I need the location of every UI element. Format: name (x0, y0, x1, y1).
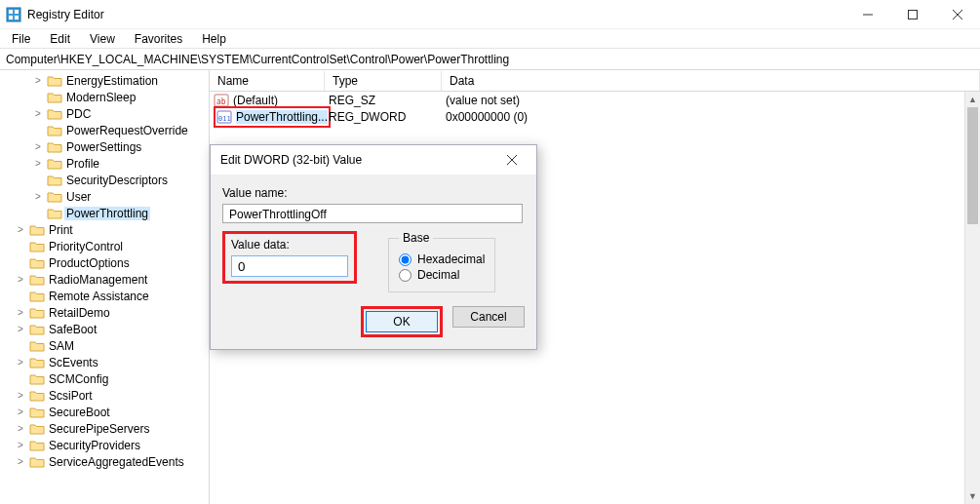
tree-item[interactable]: >RadioManagement (0, 271, 209, 288)
tree-item[interactable]: >SecurePipeServers (0, 420, 209, 437)
col-data[interactable]: Data (442, 71, 980, 91)
svg-rect-2 (15, 10, 19, 14)
address-bar[interactable]: Computer\HKEY_LOCAL_MACHINE\SYSTEM\Curre… (0, 49, 980, 70)
menu-file[interactable]: File (4, 30, 38, 48)
menubar: File Edit View Favorites Help (0, 29, 980, 49)
col-name[interactable]: Name (210, 71, 325, 91)
expander-icon[interactable]: > (14, 407, 27, 417)
tree-item-label: ServiceAggregatedEvents (47, 455, 186, 469)
expander-icon[interactable]: > (14, 390, 27, 401)
expander-icon[interactable]: > (14, 440, 27, 450)
value-data-input[interactable] (231, 255, 348, 277)
maximize-button[interactable] (890, 0, 935, 28)
value-name-field[interactable]: PowerThrottlingOff (222, 204, 523, 223)
tree-item-label: RetailDemo (47, 306, 112, 320)
tree-item[interactable]: >User (0, 188, 209, 205)
menu-help[interactable]: Help (194, 30, 234, 48)
folder-icon (47, 74, 62, 88)
expander-icon[interactable]: > (31, 141, 45, 152)
folder-icon (47, 107, 62, 121)
expander-icon[interactable]: > (14, 307, 27, 318)
tree-item-label: PowerSettings (64, 140, 143, 154)
scroll-up-button[interactable]: ▲ (965, 92, 980, 107)
col-type[interactable]: Type (325, 71, 442, 91)
tree-item-label: ScsiPort (47, 389, 95, 403)
tree-item[interactable]: >EnergyEstimation (0, 72, 209, 89)
expander-icon[interactable]: > (31, 108, 45, 119)
expander-icon[interactable]: > (14, 456, 27, 467)
expander-icon[interactable]: > (31, 191, 45, 202)
tree-item-label: SafeBoot (47, 323, 98, 336)
tree-item[interactable]: Remote Assistance (0, 288, 209, 304)
expander-icon[interactable]: > (14, 324, 27, 334)
dec-radio-row[interactable]: Decimal (399, 268, 485, 282)
tree-item-label: EnergyEstimation (64, 74, 160, 88)
tree-item[interactable]: >ScEvents (0, 354, 209, 370)
scroll-down-button[interactable]: ▼ (965, 488, 980, 504)
expander-icon[interactable]: > (14, 274, 27, 285)
base-legend: Base (399, 231, 433, 245)
tree-item[interactable]: >SafeBoot (0, 321, 209, 337)
folder-icon (47, 174, 62, 187)
folder-icon (29, 273, 45, 287)
close-button[interactable] (935, 0, 980, 28)
cancel-button[interactable]: Cancel (452, 306, 525, 328)
tree-item-label: SecurePipeServers (47, 422, 151, 436)
folder-icon (29, 256, 45, 270)
tree-item[interactable]: PowerThrottling (0, 205, 209, 221)
folder-icon (47, 124, 62, 137)
dec-radio[interactable] (399, 269, 412, 282)
tree-item[interactable]: >PDC (0, 105, 209, 122)
folder-icon (29, 356, 45, 369)
tree-item-label: ProductOptions (47, 256, 132, 270)
dialog-titlebar[interactable]: Edit DWORD (32-bit) Value (211, 145, 536, 174)
tree-item-label: User (64, 190, 93, 204)
tree-item[interactable]: >Print (0, 221, 209, 238)
menu-favorites[interactable]: Favorites (127, 30, 190, 48)
tree-item[interactable]: ModernSleep (0, 89, 209, 105)
titlebar: Registry Editor (0, 0, 980, 29)
list-header: Name Type Data (210, 70, 980, 92)
tree-item[interactable]: SAM (0, 337, 209, 354)
tree-item[interactable]: >Profile (0, 155, 209, 172)
tree-item-label: Remote Assistance (47, 290, 151, 303)
tree-item[interactable]: PowerRequestOverride (0, 122, 209, 138)
value-name: (Default) (233, 94, 278, 107)
dialog-title: Edit DWORD (32-bit) Value (220, 153, 362, 167)
tree-item-label: PowerThrottling (64, 207, 150, 220)
list-row[interactable]: 011PowerThrottling...REG_DWORD0x00000000… (210, 108, 980, 125)
tree-item[interactable]: >SecureBoot (0, 404, 209, 420)
hex-radio[interactable] (399, 253, 412, 266)
scroll-thumb[interactable] (967, 107, 978, 224)
expander-icon[interactable]: > (31, 158, 45, 169)
tree-item[interactable]: >ScsiPort (0, 387, 209, 404)
dialog-close-button[interactable] (497, 145, 527, 174)
folder-icon (29, 372, 45, 386)
tree-pane[interactable]: >EnergyEstimationModernSleep>PDCPowerReq… (0, 70, 210, 504)
value-name: PowerThrottling... (236, 110, 328, 124)
tree-item[interactable]: ProductOptions (0, 254, 209, 271)
tree-item[interactable]: >RetailDemo (0, 304, 209, 321)
menu-view[interactable]: View (82, 30, 123, 48)
tree-item[interactable]: SecurityDescriptors (0, 172, 209, 188)
minimize-button[interactable] (845, 0, 890, 28)
app-icon (6, 7, 21, 22)
tree-item[interactable]: >PowerSettings (0, 138, 209, 155)
tree-item[interactable]: >ServiceAggregatedEvents (0, 453, 209, 470)
tree-item[interactable]: SCMConfig (0, 370, 209, 387)
ok-button[interactable]: OK (366, 311, 438, 332)
scroll-track[interactable] (965, 107, 980, 488)
folder-icon (47, 157, 62, 171)
hex-radio-row[interactable]: Hexadecimal (399, 252, 485, 266)
expander-icon[interactable]: > (14, 224, 27, 235)
menu-edit[interactable]: Edit (42, 30, 78, 48)
expander-icon[interactable]: > (31, 75, 45, 86)
base-group: Base Hexadecimal Decimal (388, 231, 495, 292)
folder-icon (29, 240, 45, 253)
address-text: Computer\HKEY_LOCAL_MACHINE\SYSTEM\Curre… (6, 53, 509, 66)
expander-icon[interactable]: > (14, 357, 27, 368)
tree-item[interactable]: >SecurityProviders (0, 437, 209, 453)
expander-icon[interactable]: > (14, 423, 27, 434)
tree-item[interactable]: PriorityControl (0, 238, 209, 254)
vertical-scrollbar[interactable]: ▲ ▼ (964, 92, 980, 504)
